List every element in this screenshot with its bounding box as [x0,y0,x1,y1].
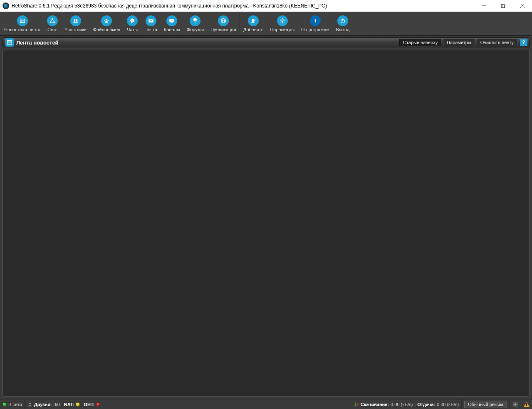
window-close-button[interactable] [513,0,532,12]
svg-marker-50 [514,404,517,405]
svg-line-12 [51,19,52,22]
down-label: Скачивание: [361,402,389,407]
up-label: Отдача: [417,402,435,407]
status-friends[interactable]: Друзья: 0/0 NAT: DHT: [25,399,103,409]
toolbar-label: Почта [144,27,157,32]
toolbar-chats[interactable]: Чаты [124,12,141,35]
svg-rect-1 [501,5,505,8]
toolbar-label: Публикации [210,27,236,32]
app-icon [2,2,9,9]
svg-line-13 [52,19,54,22]
svg-point-30 [252,19,254,21]
svg-point-42 [315,19,316,20]
news-feed-section-icon [5,38,14,47]
status-notifications[interactable] [510,399,521,409]
svg-point-17 [106,19,108,21]
toolbar-label: Файлообмен [93,27,120,32]
toolbar-people[interactable]: Участники [61,12,90,35]
info-icon [310,15,321,26]
mail-icon [146,15,156,26]
person-icon [27,402,32,407]
toolbar-network[interactable]: Сеть [44,12,61,35]
friends-value: 0/0 [54,402,60,407]
svg-point-33 [282,20,283,22]
status-bar: В сети Друзья: 0/0 NAT: DHT: Скачивание:… [0,399,532,409]
toolbar-options[interactable]: Параметры [267,12,298,35]
toolbar-add[interactable]: Добавить [240,12,267,35]
nat-led-icon [76,402,80,407]
globe-icon [218,15,229,26]
svg-point-21 [133,20,134,21]
window-titlebar: RetroShare 0.6.1 Редакция 53e26983 безоп… [0,0,532,12]
toolbar-label: Параметры [270,27,294,32]
svg-line-41 [280,22,281,23]
chat-icon [127,15,138,26]
warning-icon [524,402,530,407]
svg-line-38 [280,19,281,20]
people-icon [70,15,81,26]
toolbar-label: Выход [336,27,349,32]
toolbar-label: Добавить [243,27,264,32]
window-maximize-button[interactable] [494,0,513,12]
traffic-sep: | [414,402,416,407]
window-title: RetroShare 0.6.1 Редакция 53e26983 безоп… [12,3,327,9]
toolbar-posted[interactable]: Публикации [207,12,240,35]
status-warning[interactable] [521,399,532,409]
app-body: Новостная лента Сеть Участники Файлообме… [0,12,532,409]
toolbar-label: Новостная лента [4,27,40,32]
svg-point-16 [76,20,77,21]
clear-feed-button[interactable]: Очистить ленту [477,39,517,46]
add-user-icon [248,15,259,26]
svg-point-15 [74,20,75,21]
toolbar-exit[interactable]: Выход [332,12,353,35]
up-value: 0.00 (kB/s) [437,402,459,407]
status-online[interactable]: В сети [0,399,25,409]
toolbar-mail[interactable]: Почта [141,12,161,35]
down-value: 0.00 (kB/s) [391,402,413,407]
news-icon [17,15,28,26]
toolbar-channels[interactable]: Каналы [161,12,183,35]
svg-point-49 [29,402,31,404]
svg-line-40 [283,19,284,20]
svg-rect-2 [502,4,505,7]
toolbar-file-sharing[interactable]: Файлообмен [90,12,124,35]
subheader-bar: Лента новостей Старые наверху Параметры … [2,37,530,47]
news-feed-content [2,50,530,397]
network-icon [47,15,58,26]
sort-old-top-button[interactable]: Старые наверху [399,39,441,46]
section-title: Лента новостей [16,40,59,46]
toolbar-label: Форумы [187,27,204,32]
mode-button[interactable]: Обычный режим [464,401,507,408]
channels-icon [166,15,177,26]
friends-label: Друзья: [34,402,52,407]
window-minimize-button[interactable] [475,0,494,12]
help-button[interactable]: ? [520,39,527,46]
nat-label: NAT: [64,402,74,407]
gear-icon [277,15,288,26]
files-icon [101,15,112,26]
toolbar-forums[interactable]: Форумы [183,12,207,35]
online-led-icon [2,402,7,407]
status-traffic[interactable]: Скачивание: 0.00 (kB/s) | Отдача: 0.00 (… [351,399,462,409]
online-label: В сети [8,402,22,407]
status-mode: Обычный режим [462,399,510,409]
main-toolbar: Новостная лента Сеть Участники Файлообме… [0,12,532,36]
toolbar-about[interactable]: О программе [298,12,332,35]
traffic-icon [354,402,359,407]
toolbar-label: Сеть [47,27,57,32]
chevron-down-icon [512,402,518,407]
toolbar-label: Участники [64,27,87,32]
dht-label: DHT: [84,402,94,407]
toolbar-label: Каналы [164,27,180,32]
feed-options-button[interactable]: Параметры [443,39,475,46]
power-icon [337,15,348,26]
toolbar-news-feed[interactable]: Новостная лента [1,12,44,35]
toolbar-label: Чаты [127,27,138,32]
forums-icon [190,15,200,26]
svg-rect-43 [315,20,316,22]
svg-line-39 [283,22,284,23]
dht-led-icon [96,402,100,407]
toolbar-label: О программе [301,27,329,32]
